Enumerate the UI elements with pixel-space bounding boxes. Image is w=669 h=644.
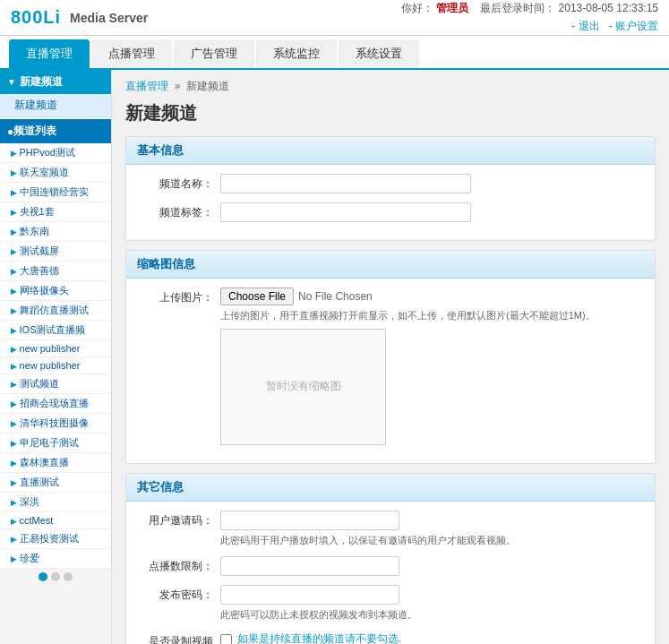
sidebar-channel-item[interactable]: 黔东南 xyxy=(0,222,111,242)
sidebar-channel-item[interactable]: 清华科技图摄像 xyxy=(0,414,111,434)
basic-info-body: 频道名称： 频道标签： xyxy=(126,165,655,240)
sidebar-channel-item[interactable]: 深洪 xyxy=(0,493,111,512)
basic-info-section: 基本信息 频道名称： 频道标签： xyxy=(125,136,656,241)
sidebar-channel-item[interactable]: 森林澳直播 xyxy=(0,453,111,473)
basic-info-header: 基本信息 xyxy=(126,137,655,165)
page-title: 新建频道 xyxy=(125,101,656,125)
upload-control: Choose File No File Chosen 上传的图片，用于直播视频打… xyxy=(220,288,596,445)
breadcrumb-parent[interactable]: 直播管理 xyxy=(125,80,168,92)
upload-hint: 上传的图片，用于直播视频打开前显示，如不上传，使用默认图片(最大不能超过1M)。 xyxy=(220,308,596,323)
channel-name-label: 频道名称： xyxy=(140,174,220,192)
sidebar-channel-item[interactable]: 大唐善德 xyxy=(0,262,111,281)
other-info-header: 其它信息 xyxy=(126,474,655,502)
logo-media-text: Media Server xyxy=(66,11,148,25)
last-login-time: 2013-08-05 12:33:15 xyxy=(559,2,658,14)
sidebar-channel-item[interactable]: PHPvod测试 xyxy=(0,143,111,163)
thumbnail-body: 上传图片： Choose File No File Chosen 上传的图片，用… xyxy=(126,279,655,463)
publish-pwd-control: 此密码可以防止未授权的视频发布到本频道。 xyxy=(220,585,417,623)
logo: 800Li Media Server xyxy=(11,7,148,28)
thumbnail-header: 缩略图信息 xyxy=(126,251,655,279)
nav-item-点播管理[interactable]: 点播管理 xyxy=(91,39,172,68)
invite-code-hint: 此密码用于用户播放时填入，以保证有邀请码的用户才能观看视频。 xyxy=(220,533,516,548)
nav-item-直播管理[interactable]: 直播管理 xyxy=(9,39,90,68)
sidebar-new-channel-sub[interactable]: 新建频道 xyxy=(0,94,111,117)
sidebar-channel-list: PHPvod测试联天室频道中国连锁经营实央视1套黔东南测试截屏大唐善德网络摄像头… xyxy=(0,143,111,569)
main-nav: 直播管理点播管理广告管理系统监控系统设置 xyxy=(0,36,669,70)
channel-tag-label: 频道标签： xyxy=(140,202,220,220)
sidebar-channel-item[interactable]: 舞蹈仿直播测试 xyxy=(0,301,111,321)
channel-tag-input[interactable] xyxy=(220,202,471,222)
sidebar-channel-item[interactable]: 网络摄像头 xyxy=(0,281,111,301)
thumbnail-preview: 暂时没有缩略图 xyxy=(220,329,386,445)
arrow-icon: ▼ xyxy=(7,77,16,87)
nav-item-系统监控[interactable]: 系统监控 xyxy=(256,39,337,68)
header: 800Li Media Server 你好： 管理员 最后登录时间： 2013-… xyxy=(0,0,669,36)
play-limit-row: 点播数限制： xyxy=(140,556,641,576)
record-control: 如果是持续直播的频道请不要勾选. xyxy=(220,631,401,645)
other-info-body: 用户邀请码： 此密码用于用户播放时填入，以保证有邀请码的用户才能观看视频。 点播… xyxy=(126,502,655,645)
username-label: 管理员 xyxy=(436,2,468,14)
file-upload-row: Choose File No File Chosen xyxy=(220,288,596,305)
sidebar-channel-item[interactable]: 测试频道 xyxy=(0,374,111,394)
publish-pwd-row: 发布密码： 此密码可以防止未授权的视频发布到本频道。 xyxy=(140,585,641,623)
record-row: 是否录制视频 如果是持续直播的频道请不要勾选. xyxy=(140,631,641,645)
upload-row: 上传图片： Choose File No File Chosen 上传的图片，用… xyxy=(140,288,641,445)
sidebar-pagination xyxy=(0,569,111,585)
invite-code-row: 用户邀请码： 此密码用于用户播放时填入，以保证有邀请码的用户才能观看视频。 xyxy=(140,511,641,548)
publish-pwd-input[interactable] xyxy=(220,585,399,605)
choose-file-button[interactable]: Choose File xyxy=(220,288,294,305)
nav-item-广告管理[interactable]: 广告管理 xyxy=(174,39,254,68)
channel-name-input[interactable] xyxy=(220,174,471,193)
logo-800li-text: 800Li xyxy=(11,7,61,28)
sidebar-channel-item[interactable]: IOS测试直播频 xyxy=(0,321,111,340)
invite-code-input[interactable] xyxy=(220,511,399,530)
no-file-text: No File Chosen xyxy=(298,290,373,303)
logout-link[interactable]: 退出 xyxy=(579,20,600,32)
breadcrumb: 直播管理 » 新建频道 xyxy=(125,79,656,94)
record-label: 是否录制视频 xyxy=(140,631,220,645)
invite-code-label: 用户邀请码： xyxy=(140,511,220,528)
page-dot-2[interactable] xyxy=(51,572,60,581)
sidebar-channel-item[interactable]: 中国连锁经营实 xyxy=(0,183,111,202)
content-area: 直播管理 » 新建频道 新建频道 基本信息 频道名称： 频道标签： xyxy=(112,70,669,644)
upload-label: 上传图片： xyxy=(140,288,220,305)
sidebar-channel-list-title[interactable]: ● 频道列表 xyxy=(0,119,111,143)
account-settings-link[interactable]: 账户设置 xyxy=(615,20,658,32)
publish-pwd-label: 发布密码： xyxy=(140,585,220,603)
sidebar-channel-item[interactable]: new publisher xyxy=(0,357,111,374)
other-info-section: 其它信息 用户邀请码： 此密码用于用户播放时填入，以保证有邀请码的用户才能观看视… xyxy=(125,473,656,645)
channel-name-control xyxy=(220,174,471,193)
sidebar: ▼ 新建频道 新建频道 ● 频道列表 PHPvod测试联天室频道中国连锁经营实央… xyxy=(0,70,112,644)
nav-item-系统设置[interactable]: 系统设置 xyxy=(339,39,419,68)
channel-tag-row: 频道标签： xyxy=(140,202,641,222)
page-dot-1[interactable] xyxy=(39,572,47,581)
thumbnail-section: 缩略图信息 上传图片： Choose File No File Chosen 上… xyxy=(125,250,656,464)
play-limit-control xyxy=(220,556,471,576)
user-info: 你好： 管理员 最后登录时间： 2013-08-05 12:33:15 - 退出… xyxy=(401,0,658,34)
record-hint-link[interactable]: 如果是持续直播的频道请不要勾选. xyxy=(237,631,401,645)
breadcrumb-current: 新建频道 xyxy=(186,80,229,92)
record-checkbox[interactable] xyxy=(220,634,232,644)
channel-name-row: 频道名称： xyxy=(140,174,641,193)
sidebar-channel-item[interactable]: 正易投资测试 xyxy=(0,529,111,549)
sidebar-channel-item[interactable]: 申尼电子测试 xyxy=(0,434,111,453)
sidebar-channel-item[interactable]: 直播测试 xyxy=(0,473,111,493)
main-layout: ▼ 新建频道 新建频道 ● 频道列表 PHPvod测试联天室频道中国连锁经营实央… xyxy=(0,70,669,644)
page-dot-3[interactable] xyxy=(64,572,73,581)
sidebar-new-channel-title[interactable]: ▼ 新建频道 xyxy=(0,70,111,94)
sidebar-channel-item[interactable]: 招商会现场直播 xyxy=(0,394,111,414)
sidebar-channel-item[interactable]: 珍爱 xyxy=(0,549,111,569)
sidebar-channel-item[interactable]: new publisher xyxy=(0,340,111,357)
channel-tag-control xyxy=(220,202,471,222)
sidebar-channel-item[interactable]: 测试截屏 xyxy=(0,242,111,262)
publish-pwd-hint: 此密码可以防止未授权的视频发布到本频道。 xyxy=(220,607,417,623)
sidebar-channel-item[interactable]: cctMest xyxy=(0,512,111,529)
sidebar-channel-item[interactable]: 央视1套 xyxy=(0,202,111,222)
sidebar-channel-item[interactable]: 联天室频道 xyxy=(0,163,111,183)
invite-code-control: 此密码用于用户播放时填入，以保证有邀请码的用户才能观看视频。 xyxy=(220,511,516,548)
play-limit-label: 点播数限制： xyxy=(140,556,220,574)
play-limit-input[interactable] xyxy=(220,556,399,576)
